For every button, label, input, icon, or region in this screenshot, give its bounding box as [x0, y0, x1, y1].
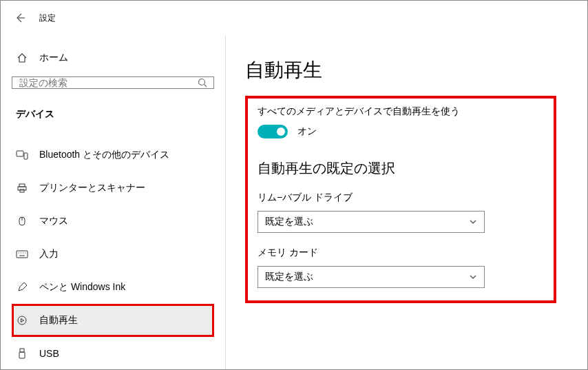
- sidebar-home-label: ホーム: [39, 52, 68, 64]
- sidebar-item-printers[interactable]: プリンターとスキャナー: [12, 172, 214, 205]
- svg-rect-1: [17, 151, 23, 156]
- search-icon: [197, 77, 208, 88]
- search-input-wrapper[interactable]: [12, 76, 214, 89]
- svg-point-14: [18, 316, 26, 325]
- toggle-knob: [277, 127, 285, 136]
- sidebar-item-autoplay[interactable]: 自動再生: [12, 304, 214, 337]
- sidebar-item-usb[interactable]: USB: [12, 337, 214, 369]
- dropdown-value: 既定を選ぶ: [265, 216, 313, 228]
- removable-drive-label: リム−バブル ドライブ: [258, 192, 543, 204]
- sidebar-item-label: Bluetooth とその他のデバイス: [39, 149, 169, 161]
- removable-drive-dropdown[interactable]: 既定を選ぶ: [258, 211, 485, 233]
- sidebar-item-label: ペンと Windows Ink: [39, 281, 125, 294]
- toggle-state-label: オン: [297, 125, 317, 138]
- content-area: 自動再生 すべてのメディアとデバイスで自動再生を使う オン 自動再生の既定の選択…: [226, 35, 587, 369]
- settings-window: 設定 ホーム デバイス: [0, 0, 588, 370]
- sidebar-item-mouse[interactable]: マウス: [12, 205, 214, 238]
- svg-rect-15: [20, 349, 24, 352]
- sidebar-item-label: USB: [39, 348, 59, 359]
- sidebar-item-bluetooth[interactable]: Bluetooth とその他のデバイス: [12, 138, 214, 172]
- app-title: 設定: [39, 12, 56, 24]
- autoplay-toggle[interactable]: [258, 125, 288, 138]
- memory-card-dropdown[interactable]: 既定を選ぶ: [258, 266, 485, 288]
- svg-rect-2: [24, 153, 28, 159]
- highlighted-panel: すべてのメディアとデバイスで自動再生を使う オン 自動再生の既定の選択 リム−バ…: [245, 96, 556, 303]
- printer-icon: [16, 183, 28, 194]
- home-icon: [16, 52, 28, 63]
- devices-icon: [16, 150, 28, 160]
- use-autoplay-label: すべてのメディアとデバイスで自動再生を使う: [258, 105, 543, 118]
- svg-rect-3: [19, 184, 25, 187]
- back-arrow-icon: [14, 12, 25, 23]
- mouse-icon: [16, 216, 28, 227]
- sidebar-nav: Bluetooth とその他のデバイス プリンターとスキャナー マウス: [12, 138, 214, 369]
- sidebar-item-label: プリンターとスキャナー: [39, 182, 145, 194]
- back-button[interactable]: [13, 11, 27, 25]
- sidebar-home[interactable]: ホーム: [12, 45, 214, 71]
- svg-rect-8: [17, 251, 28, 258]
- svg-rect-16: [19, 352, 25, 358]
- svg-point-0: [199, 79, 205, 85]
- body: ホーム デバイス Bluetooth とその他のデバイス: [1, 35, 587, 369]
- page-title: 自動再生: [245, 57, 574, 83]
- search-input[interactable]: [19, 77, 197, 88]
- keyboard-icon: [16, 250, 28, 258]
- chevron-down-icon: [469, 273, 477, 281]
- dropdown-value: 既定を選ぶ: [265, 271, 313, 283]
- sidebar: ホーム デバイス Bluetooth とその他のデバイス: [1, 35, 226, 369]
- sidebar-item-label: マウス: [39, 215, 68, 227]
- defaults-heading: 自動再生の既定の選択: [258, 159, 543, 178]
- usb-icon: [16, 348, 28, 359]
- sidebar-item-label: 自動再生: [39, 314, 78, 327]
- sidebar-group-header: デバイス: [12, 108, 214, 121]
- toggle-row: オン: [258, 125, 543, 138]
- sidebar-item-label: 入力: [39, 248, 59, 260]
- window-header: 設定: [1, 1, 587, 35]
- pen-icon: [16, 282, 28, 293]
- sidebar-item-typing[interactable]: 入力: [12, 238, 214, 271]
- autoplay-icon: [16, 315, 28, 326]
- sidebar-item-pen[interactable]: ペンと Windows Ink: [12, 271, 214, 304]
- memory-card-label: メモリ カード: [258, 247, 543, 259]
- chevron-down-icon: [469, 218, 477, 226]
